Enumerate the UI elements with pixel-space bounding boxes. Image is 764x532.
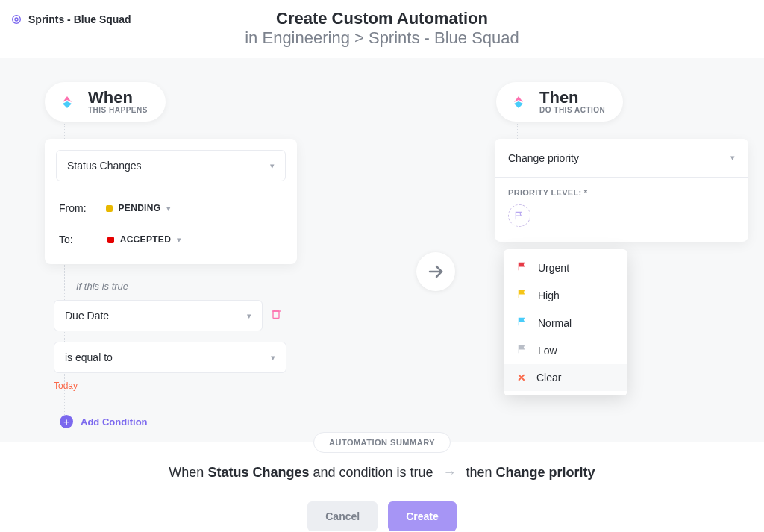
condition-operator-select[interactable]: is equal to ▾	[54, 342, 286, 373]
priority-option-label: Normal	[538, 317, 572, 329]
chevron-down-icon: ▾	[247, 311, 251, 321]
svg-rect-3	[273, 311, 279, 318]
priority-option-label: Low	[538, 345, 557, 357]
priority-option-high[interactable]: High	[504, 281, 627, 309]
priority-menu: Urgent High Normal Low ✕ Clear	[504, 249, 627, 395]
then-title: Then	[539, 90, 605, 106]
chevron-down-icon: ▾	[730, 153, 735, 163]
summary-action: Change priority	[496, 465, 595, 480]
summary-line: When Status Changes and condition is tru…	[0, 465, 764, 481]
flag-icon	[517, 344, 527, 357]
from-status-row[interactable]: From: PENDING ▾	[56, 199, 286, 217]
priority-option-low[interactable]: Low	[504, 337, 627, 364]
location-text: Sprints - Blue Squad	[28, 13, 131, 25]
then-card: Change priority ▾ PRIORITY LEVEL: *	[495, 139, 748, 242]
flag-icon	[517, 289, 527, 301]
priority-option-clear[interactable]: ✕ Clear	[504, 364, 627, 391]
action-select[interactable]: Change priority ▾	[495, 139, 748, 178]
flag-icon	[517, 316, 527, 329]
from-status: PENDING	[119, 203, 161, 213]
svg-point-1	[13, 16, 21, 24]
arrow-icon	[416, 252, 455, 291]
arrow-icon: →	[443, 465, 457, 480]
chevron-down-icon: ▾	[271, 353, 275, 363]
to-status-row[interactable]: To: ACCEPTED ▾	[56, 231, 286, 248]
page-subtitle: in Engineering > Sprints - Blue Squad	[0, 28, 764, 48]
trigger-select[interactable]: Status Changes ▾	[56, 150, 286, 181]
when-subtitle: THIS HAPPENS	[88, 106, 148, 114]
chevron-down-icon: ▾	[177, 235, 181, 245]
brand-icon	[55, 90, 79, 114]
summary-trigger: Status Changes	[207, 465, 309, 480]
priority-option-urgent[interactable]: Urgent	[504, 254, 627, 281]
chevron-down-icon: ▾	[270, 161, 275, 171]
priority-option-label: High	[538, 290, 560, 301]
status-color-accepted	[107, 237, 114, 243]
trigger-value: Status Changes	[67, 160, 142, 172]
then-pill: Then DO THIS ACTION	[496, 82, 623, 122]
condition-field-select[interactable]: Due Date ▾	[54, 300, 263, 331]
vertical-divider	[436, 58, 436, 442]
summary-chip: AUTOMATION SUMMARY	[313, 432, 451, 453]
summary-mid: and condition is true	[309, 465, 433, 480]
priority-flag-button[interactable]	[508, 204, 530, 227]
priority-option-label: Urgent	[538, 262, 569, 274]
plus-icon: +	[60, 415, 73, 428]
when-title: When	[88, 90, 148, 106]
condition-value[interactable]: Today	[54, 381, 286, 391]
flag-icon	[517, 261, 527, 274]
condition-operator-value: is equal to	[65, 351, 113, 363]
priority-option-label: Clear	[536, 372, 561, 384]
if-this-is-true: If this is true	[76, 281, 128, 292]
from-label: From:	[59, 202, 87, 214]
cancel-button[interactable]: Cancel	[307, 501, 378, 531]
summary-when-pre: When	[169, 465, 207, 480]
location-icon	[10, 13, 22, 25]
condition-card: Due Date ▾ is equal to ▾ Today	[54, 300, 286, 391]
create-button[interactable]: Create	[388, 501, 457, 531]
add-condition-label: Add Condition	[81, 416, 148, 428]
when-card: Status Changes ▾ From: PENDING ▾ To: ACC…	[45, 139, 297, 264]
priority-level-label: PRIORITY LEVEL: *	[508, 188, 735, 197]
to-status: ACCEPTED	[120, 234, 171, 245]
to-label: To:	[59, 234, 73, 245]
status-color-pending	[106, 205, 113, 212]
brand-icon	[507, 90, 530, 114]
trash-icon[interactable]	[270, 308, 282, 323]
action-value: Change priority	[508, 152, 579, 164]
condition-field-value: Due Date	[65, 310, 109, 322]
priority-option-normal[interactable]: Normal	[504, 309, 627, 337]
builder-canvas: When THIS HAPPENS Status Changes ▾ From:…	[0, 58, 764, 442]
summary-then-pre: then	[466, 465, 496, 480]
add-condition-button[interactable]: + Add Condition	[60, 415, 148, 428]
then-subtitle: DO THIS ACTION	[539, 106, 605, 114]
close-icon: ✕	[517, 372, 526, 384]
svg-point-0	[15, 18, 18, 21]
chevron-down-icon: ▾	[166, 204, 171, 213]
when-pill: When THIS HAPPENS	[45, 82, 166, 122]
